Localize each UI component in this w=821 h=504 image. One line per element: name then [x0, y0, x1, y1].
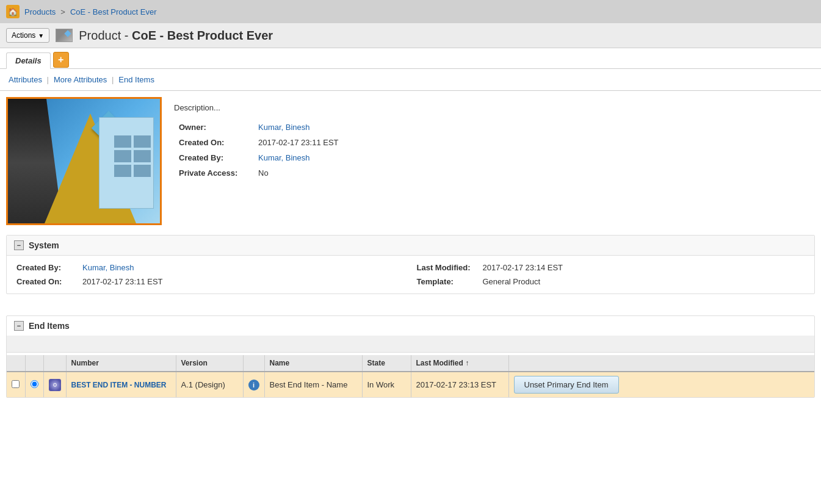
- private-access-value: No: [253, 165, 815, 181]
- breadcrumb-sep: >: [60, 7, 65, 16]
- breadcrumb-bar: 🏠 Products > CoE - Best Product Ever: [0, 0, 821, 23]
- end-items-section: − End Items Number Version Name State La…: [6, 315, 815, 398]
- system-section-title: System: [29, 240, 59, 250]
- sys-last-modified-value: 2017-02-17 23:14 EST: [483, 263, 563, 272]
- system-section-header: − System: [7, 236, 814, 256]
- system-created-by-row: Created By: Kumar, Binesh: [16, 263, 405, 272]
- product-image: [6, 97, 162, 225]
- system-created-on-row: Created On: 2017-02-17 23:11 EST: [16, 277, 405, 286]
- row-number-cell: BEST END ITEM - NUMBER: [66, 372, 176, 397]
- subnav-end-items[interactable]: End Items: [116, 74, 157, 85]
- table-header-row: Number Version Name State Last Modified …: [7, 355, 814, 372]
- row-icon-cell: ⚙: [43, 372, 66, 397]
- row-checkbox[interactable]: [12, 380, 20, 388]
- product-info: Description... Owner: Kumar, Binesh Crea…: [6, 97, 815, 225]
- owner-value: Kumar, Binesh: [253, 120, 815, 135]
- table-row: Created On: 2017-02-17 23:11 EST: [174, 135, 815, 150]
- col-version: Version: [176, 355, 243, 372]
- sys-template-value: General Product: [483, 277, 541, 286]
- col-checkbox: [7, 355, 25, 372]
- row-version-cell: A.1 (Design): [176, 372, 243, 397]
- row-info-cell: i: [243, 372, 264, 397]
- end-items-collapse-button[interactable]: −: [14, 321, 24, 331]
- end-items-title: End Items: [29, 321, 70, 331]
- product-description: Description...: [174, 103, 815, 112]
- row-radio[interactable]: [31, 380, 38, 388]
- table-row: Owner: Kumar, Binesh: [174, 120, 815, 135]
- sys-created-on-label: Created On:: [16, 277, 78, 286]
- created-on-value: 2017-02-17 23:11 EST: [253, 135, 815, 150]
- row-state-cell: In Work: [362, 372, 411, 397]
- col-icon: [43, 355, 66, 372]
- table-row: Created By: Kumar, Binesh: [174, 150, 815, 165]
- tab-details[interactable]: Details: [6, 52, 51, 69]
- table-row: Private Access: No: [174, 165, 815, 181]
- system-section-body: Created By: Kumar, Binesh Last Modified:…: [7, 256, 814, 293]
- info-icon[interactable]: i: [248, 380, 259, 391]
- tabs-row: Details +: [0, 48, 821, 69]
- owner-link[interactable]: Kumar, Binesh: [258, 123, 310, 132]
- col-state: State: [362, 355, 411, 372]
- col-name: Name: [264, 355, 362, 372]
- created-by-value: Kumar, Binesh: [253, 150, 815, 165]
- created-on-label: Created On:: [174, 135, 253, 150]
- add-tab-button[interactable]: +: [53, 52, 69, 68]
- end-items-table: Number Version Name State Last Modified …: [7, 355, 814, 397]
- sys-template-label: Template:: [417, 277, 478, 286]
- products-link[interactable]: Products: [24, 7, 56, 16]
- system-section: − System Created By: Kumar, Binesh Last …: [6, 235, 815, 294]
- col-last-modified: Last Modified ↑: [411, 355, 508, 372]
- actions-button[interactable]: Actions ▼: [6, 28, 49, 43]
- row-radio-cell: [25, 372, 43, 397]
- sys-created-by-label: Created By:: [16, 263, 78, 272]
- end-item-row: ⚙ BEST END ITEM - NUMBER A.1 (Design) i …: [7, 372, 814, 397]
- product-detail-table: Owner: Kumar, Binesh Created On: 2017-02…: [174, 120, 815, 181]
- page-title: Product - CoE - Best Product Ever: [79, 29, 273, 43]
- created-by-link[interactable]: Kumar, Binesh: [258, 153, 310, 162]
- row-last-modified-cell: 2017-02-17 23:13 EST: [411, 372, 508, 397]
- system-grid: Created By: Kumar, Binesh Last Modified:…: [16, 263, 805, 286]
- row-checkbox-cell: [7, 372, 25, 397]
- product-details: Description... Owner: Kumar, Binesh Crea…: [174, 97, 815, 225]
- col-action: [508, 355, 814, 372]
- system-last-modified-row: Last Modified: 2017-02-17 23:14 EST: [417, 263, 805, 272]
- col-info: [243, 355, 264, 372]
- private-access-label: Private Access:: [174, 165, 253, 181]
- home-icon[interactable]: 🏠: [6, 5, 20, 18]
- sys-created-by-link[interactable]: Kumar, Binesh: [82, 263, 134, 272]
- created-by-label: Created By:: [174, 150, 253, 165]
- col-radio: [25, 355, 43, 372]
- row-action-cell: Unset Primary End Item: [508, 372, 814, 397]
- col-number: Number: [66, 355, 176, 372]
- subnav-attributes[interactable]: Attributes: [6, 74, 51, 85]
- toolbar: Actions ▼ Product - CoE - Best Product E…: [0, 23, 821, 48]
- end-items-table-toolbar: [7, 336, 814, 353]
- product-type-icon: [56, 29, 73, 42]
- owner-label: Owner:: [174, 120, 253, 135]
- unset-primary-end-item-button[interactable]: Unset Primary End Item: [514, 376, 619, 394]
- sys-created-by-value: Kumar, Binesh: [82, 263, 134, 272]
- system-template-row: Template: General Product: [417, 277, 805, 286]
- end-item-number-link[interactable]: BEST END ITEM - NUMBER: [71, 381, 167, 389]
- current-page-label: CoE - Best Product Ever: [70, 7, 157, 16]
- system-collapse-button[interactable]: −: [14, 240, 24, 250]
- sub-nav: Attributes More Attributes End Items: [0, 69, 821, 91]
- end-item-type-icon: ⚙: [49, 379, 61, 391]
- row-name-cell: Best End Item - Name: [264, 372, 362, 397]
- sys-created-on-value: 2017-02-17 23:11 EST: [82, 277, 163, 286]
- main-content: Description... Owner: Kumar, Binesh Crea…: [0, 91, 821, 404]
- end-items-header: − End Items: [7, 316, 814, 336]
- actions-arrow-icon: ▼: [38, 32, 44, 39]
- sys-last-modified-label: Last Modified:: [417, 263, 478, 272]
- subnav-more-attributes[interactable]: More Attributes: [51, 74, 116, 85]
